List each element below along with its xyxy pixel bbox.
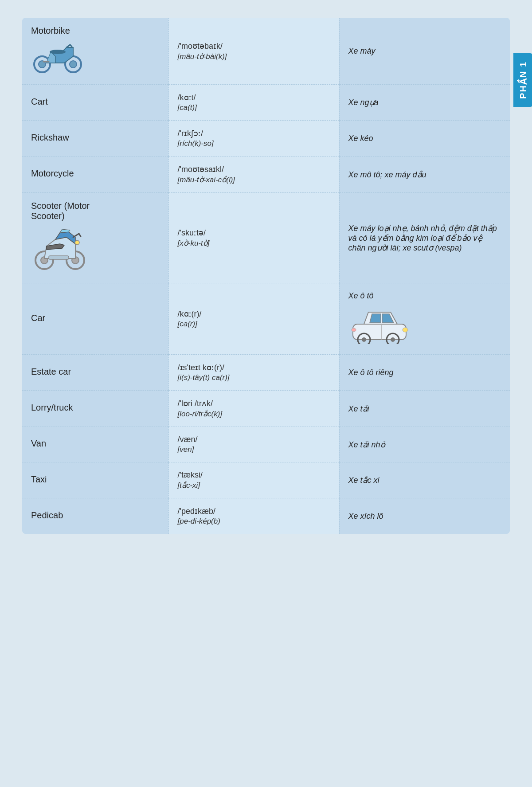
word-cell: Lorry/truck bbox=[22, 391, 168, 427]
phonetic-viet-text: [ca(t)] bbox=[178, 103, 330, 112]
word-text: Car bbox=[31, 313, 160, 323]
word-text: Lorry/truck bbox=[31, 403, 160, 413]
ipa-text: /kɑː(r)/ bbox=[178, 309, 330, 319]
meaning-cell: Xe máy loại nhẹ, bánh nhỏ, đệm đặt thấp … bbox=[339, 193, 510, 283]
word-text: Cart bbox=[31, 97, 160, 107]
svg-point-23 bbox=[352, 328, 356, 332]
meaning-cell: Xe mô tô; xe máy dầu bbox=[339, 157, 510, 193]
meaning-text: Xe ô tô bbox=[348, 291, 374, 300]
phonetic-viet-text: [ven] bbox=[178, 445, 330, 454]
ipa-text: /'moʊtəsaɪkl/ bbox=[178, 164, 330, 174]
word-cell: Motorcycle bbox=[22, 157, 168, 193]
svg-point-22 bbox=[403, 328, 408, 332]
word-text: Pedicab bbox=[31, 510, 160, 521]
phonetic-viet-text: [mâu-tờ-xai-cồ(l)] bbox=[178, 175, 330, 184]
phonetic-viet-text: [mâu-tờ-bài(k)] bbox=[178, 52, 330, 61]
svg-rect-14 bbox=[49, 256, 69, 259]
word-text: Estate car bbox=[31, 367, 160, 377]
ipa-text: /'pedɪkæb/ bbox=[178, 506, 330, 516]
ipa-text: /ɪs'teɪt kɑː(r)/ bbox=[178, 363, 330, 372]
tab-label: PHẦN 1 bbox=[513, 53, 532, 107]
table-row: Taxi/'tæksi/[tắc-xi]Xe tắc xi bbox=[22, 462, 510, 498]
svg-point-3 bbox=[70, 61, 77, 68]
svg-point-15 bbox=[75, 240, 79, 245]
phonetic-viet-text: [rích(k)-so] bbox=[178, 139, 330, 148]
svg-line-6 bbox=[70, 45, 72, 47]
car-icon bbox=[348, 304, 501, 346]
motorbike-icon bbox=[31, 39, 160, 76]
meaning-text: Xe mô tô; xe máy dầu bbox=[348, 170, 426, 179]
phonetic-cell: /'skuːtə/[xờ-ku-tờ] bbox=[168, 193, 339, 283]
table-row: Scooter (Motor Scooter) /'skuːtə/[xờ-ku-… bbox=[22, 193, 510, 283]
meaning-text: Xe máy bbox=[348, 47, 376, 55]
word-cell: Pedicab bbox=[22, 498, 168, 534]
table-row: Motorbike /'moʊtəbaɪk/[mâu-tờ-bài(k)]Xe … bbox=[22, 18, 510, 85]
ipa-text: /væn/ bbox=[178, 435, 330, 444]
svg-line-12 bbox=[73, 234, 79, 237]
meaning-cell: Xe tắc xi bbox=[339, 462, 510, 498]
table-row: Car/kɑː(r)/[ca(r)]Xe ô tô bbox=[22, 283, 510, 355]
scooter-icon bbox=[31, 224, 160, 275]
phonetic-cell: /'moʊtəbaɪk/[mâu-tờ-bài(k)] bbox=[168, 18, 339, 85]
svg-point-4 bbox=[50, 50, 66, 54]
phonetic-cell: /'lɒri /trʌk/[loo-ri/trắc(k)] bbox=[168, 391, 339, 427]
ipa-text: /'skuːtə/ bbox=[178, 228, 330, 238]
phonetic-viet-text: [i(s)-tây(t) ca(r)] bbox=[178, 373, 330, 382]
vocab-table: Motorbike /'moʊtəbaɪk/[mâu-tờ-bài(k)]Xe … bbox=[22, 18, 510, 534]
ipa-text: /kɑːt/ bbox=[178, 93, 330, 102]
phonetic-cell: /kɑː(r)/[ca(r)] bbox=[168, 283, 339, 355]
word-text: Motorcycle bbox=[31, 168, 160, 179]
word-text: Scooter (Motor Scooter) bbox=[31, 201, 160, 221]
table-row: Rickshaw/'rɪkʃɔː/[rích(k)-so]Xe kéo bbox=[22, 121, 510, 157]
table-row: Van/væn/[ven]Xe tải nhỏ bbox=[22, 427, 510, 462]
word-cell: Car bbox=[22, 283, 168, 355]
word-cell: Estate car bbox=[22, 355, 168, 391]
ipa-text: /'tæksi/ bbox=[178, 470, 330, 480]
word-cell: Rickshaw bbox=[22, 121, 168, 157]
meaning-text: Xe tải nhỏ bbox=[348, 440, 385, 449]
phonetic-viet-text: [xờ-ku-tờ] bbox=[178, 239, 330, 248]
meaning-cell: Xe máy bbox=[339, 18, 510, 85]
phonetic-cell: /'tæksi/[tắc-xi] bbox=[168, 462, 339, 498]
table-row: Motorcycle/'moʊtəsaɪkl/[mâu-tờ-xai-cồ(l)… bbox=[22, 157, 510, 193]
phonetic-viet-text: [pe-đi-kép(b) bbox=[178, 517, 330, 526]
ipa-text: /'rɪkʃɔː/ bbox=[178, 129, 330, 138]
meaning-cell: Xe ngựa bbox=[339, 85, 510, 121]
phonetic-cell: /væn/[ven] bbox=[168, 427, 339, 462]
word-cell: Van bbox=[22, 427, 168, 462]
word-cell: Scooter (Motor Scooter) bbox=[22, 193, 168, 283]
meaning-cell: Xe tải bbox=[339, 391, 510, 427]
phonetic-viet-text: [loo-ri/trắc(k)] bbox=[178, 409, 330, 419]
svg-line-13 bbox=[79, 234, 81, 236]
meaning-text: Xe máy loại nhẹ, bánh nhỏ, đệm đặt thấp … bbox=[348, 224, 497, 252]
word-cell: Cart bbox=[22, 85, 168, 121]
meaning-cell: Xe ô tô riêng bbox=[339, 355, 510, 391]
meaning-text: Xe ô tô riêng bbox=[348, 368, 394, 377]
table-row: Estate car/ɪs'teɪt kɑː(r)/[i(s)-tây(t) c… bbox=[22, 355, 510, 391]
table-row: Lorry/truck/'lɒri /trʌk/[loo-ri/trắc(k)]… bbox=[22, 391, 510, 427]
meaning-cell: Xe tải nhỏ bbox=[339, 427, 510, 462]
word-cell: Motorbike bbox=[22, 18, 168, 85]
meaning-text: Xe xích lô bbox=[348, 512, 383, 521]
phonetic-cell: /'rɪkʃɔː/[rích(k)-so] bbox=[168, 121, 339, 157]
ipa-text: /'lɒri /trʌk/ bbox=[178, 399, 330, 408]
ipa-text: /'moʊtəbaɪk/ bbox=[178, 41, 330, 51]
meaning-text: Xe tắc xi bbox=[348, 476, 379, 485]
table-row: Pedicab/'pedɪkæb/[pe-đi-kép(b)Xe xích lô bbox=[22, 498, 510, 534]
phonetic-cell: /ɪs'teɪt kɑː(r)/[i(s)-tây(t) ca(r)] bbox=[168, 355, 339, 391]
word-text: Motorbike bbox=[31, 26, 160, 36]
word-cell: Taxi bbox=[22, 462, 168, 498]
meaning-cell: Xe xích lô bbox=[339, 498, 510, 534]
table-row: Cart/kɑːt/[ca(t)]Xe ngựa bbox=[22, 85, 510, 121]
phonetic-cell: /'pedɪkæb/[pe-đi-kép(b) bbox=[168, 498, 339, 534]
phonetic-viet-text: [ca(r)] bbox=[178, 320, 330, 329]
meaning-text: Xe kéo bbox=[348, 134, 373, 143]
word-text: Van bbox=[31, 439, 160, 449]
svg-point-19 bbox=[362, 337, 366, 342]
svg-point-21 bbox=[391, 337, 395, 342]
meaning-cell: Xe kéo bbox=[339, 121, 510, 157]
phonetic-viet-text: [tắc-xi] bbox=[178, 481, 330, 490]
phonetic-cell: /'moʊtəsaɪkl/[mâu-tờ-xai-cồ(l)] bbox=[168, 157, 339, 193]
word-text: Rickshaw bbox=[31, 133, 160, 143]
meaning-cell: Xe ô tô bbox=[339, 283, 510, 355]
